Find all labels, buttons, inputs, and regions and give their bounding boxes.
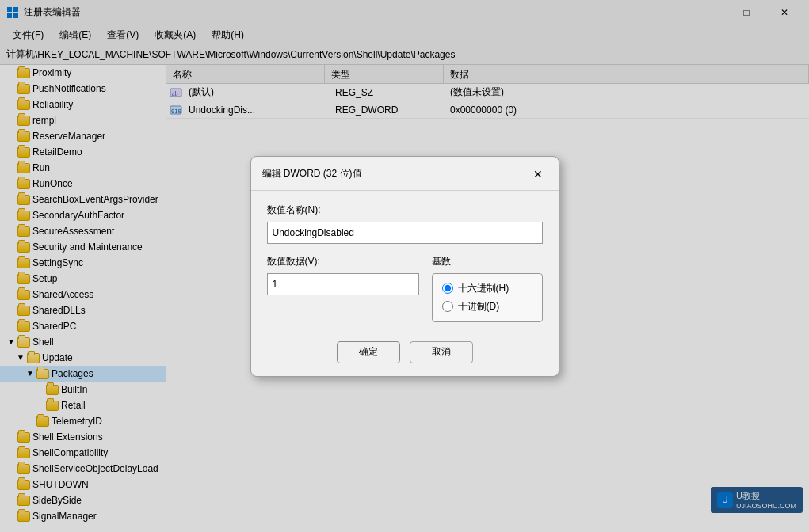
ok-button[interactable]: 确定: [337, 341, 400, 363]
name-input[interactable]: [267, 222, 543, 244]
cancel-button[interactable]: 取消: [410, 341, 473, 363]
data-left: 数值数据(V):: [267, 255, 419, 322]
data-input[interactable]: [267, 273, 419, 295]
base-label: 基数: [432, 255, 543, 268]
radio-group: 十六进制(H) 十进制(D): [432, 273, 543, 322]
dialog-buttons: 确定 取消: [267, 338, 543, 363]
dialog-close-button[interactable]: ✕: [529, 165, 548, 184]
radio-dec-label[interactable]: 十进制(D): [442, 300, 532, 314]
dialog-overlay: 编辑 DWORD (32 位)值 ✕ 数值名称(N): 数值数据(V): 基数 …: [0, 0, 809, 532]
radio-dec-text: 十进制(D): [458, 300, 500, 314]
dialog-title: 编辑 DWORD (32 位)值: [262, 167, 362, 180]
radio-hex-label[interactable]: 十六进制(H): [442, 282, 532, 295]
data-row: 数值数据(V): 基数 十六进制(H) 十进制(D): [267, 255, 543, 322]
radio-hex[interactable]: [442, 283, 453, 294]
radio-dec[interactable]: [442, 301, 453, 312]
base-group: 基数 十六进制(H) 十进制(D): [432, 255, 543, 322]
dialog-body: 数值名称(N): 数值数据(V): 基数 十六进制(H): [251, 191, 559, 376]
radio-hex-text: 十六进制(H): [458, 282, 509, 295]
edit-dword-dialog: 编辑 DWORD (32 位)值 ✕ 数值名称(N): 数值数据(V): 基数 …: [250, 156, 559, 377]
data-field-label: 数值数据(V):: [267, 255, 419, 268]
name-field-label: 数值名称(N):: [267, 203, 543, 217]
dialog-title-bar: 编辑 DWORD (32 位)值 ✕: [251, 157, 559, 191]
